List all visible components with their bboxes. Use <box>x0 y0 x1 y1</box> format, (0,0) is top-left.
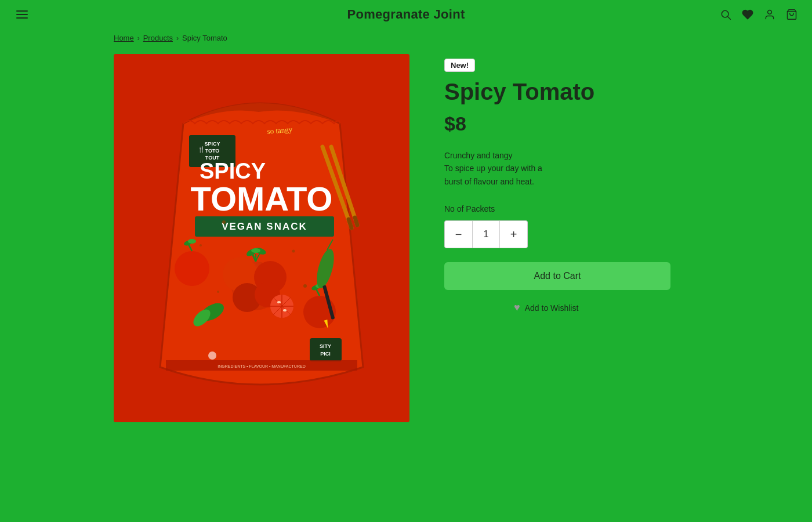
new-badge: New! <box>444 59 475 72</box>
wishlist-button[interactable] <box>741 8 754 21</box>
main-content: SPICY TOTO TOUT 🍴 so tangy SPICY TOMATO … <box>0 54 812 422</box>
add-to-cart-button[interactable]: Add to Cart <box>444 262 670 290</box>
breadcrumb: Home › Products › Spicy Tomato <box>0 29 812 54</box>
header-icons <box>719 8 798 21</box>
site-title: Pomegranate Joint <box>347 7 465 22</box>
header-left <box>14 8 30 21</box>
breadcrumb-home[interactable]: Home <box>114 34 134 42</box>
svg-line-1 <box>728 17 731 20</box>
product-details: New! Spicy Tomato $8 Crunchy and tangy T… <box>444 54 698 316</box>
svg-point-50 <box>217 291 219 293</box>
quantity-increase-button[interactable]: + <box>500 220 528 248</box>
svg-point-30 <box>283 309 287 311</box>
svg-point-48 <box>200 244 202 246</box>
svg-point-29 <box>277 301 281 303</box>
breadcrumb-current: Spicy Tomato <box>182 34 227 42</box>
breadcrumb-sep-1: › <box>137 34 140 42</box>
breadcrumb-sep-2: › <box>176 34 179 42</box>
product-name: Spicy Tomato <box>444 79 698 104</box>
product-price: $8 <box>444 113 698 135</box>
account-button[interactable] <box>763 8 776 21</box>
svg-text:TOTO: TOTO <box>205 148 220 154</box>
svg-rect-51 <box>310 338 342 361</box>
quantity-control: − 1 + <box>444 220 698 248</box>
hamburger-menu-button[interactable] <box>14 8 30 21</box>
svg-point-31 <box>175 251 209 286</box>
svg-text:VEGAN SNACK: VEGAN SNACK <box>222 221 307 232</box>
cart-button[interactable] <box>785 8 798 21</box>
svg-text:SPICY: SPICY <box>204 141 220 147</box>
wishlist-heart-icon: ♥ <box>514 302 520 314</box>
svg-text:SITY: SITY <box>320 343 331 349</box>
quantity-decrease-button[interactable]: − <box>444 220 472 248</box>
svg-line-42 <box>355 217 357 225</box>
quantity-label: No of Packets <box>444 204 698 213</box>
search-button[interactable] <box>719 8 732 21</box>
add-to-wishlist-button[interactable]: ♥ Add to Wishlist <box>514 299 578 316</box>
svg-point-33 <box>188 239 196 244</box>
svg-point-46 <box>222 220 226 224</box>
svg-point-2 <box>768 10 772 14</box>
svg-text:INGREDIENTS • FLAVOUR • MANUFA: INGREDIENTS • FLAVOUR • MANUFACTURED <box>217 364 305 368</box>
svg-point-56 <box>208 351 216 360</box>
wishlist-label: Add to Wishlist <box>525 303 579 313</box>
breadcrumb-products[interactable]: Products <box>143 34 173 42</box>
svg-line-41 <box>349 219 351 228</box>
svg-text:🍴: 🍴 <box>198 146 205 153</box>
svg-text:TOMATO: TOMATO <box>191 180 333 217</box>
svg-point-47 <box>292 250 295 253</box>
product-image: SPICY TOTO TOUT 🍴 so tangy SPICY TOMATO … <box>114 54 409 422</box>
product-description: Crunchy and tangy To spice up your day w… <box>444 149 698 188</box>
quantity-value: 1 <box>472 220 500 248</box>
svg-point-49 <box>303 284 307 288</box>
svg-point-23 <box>251 248 260 253</box>
header: Pomegranate Joint <box>0 0 812 29</box>
svg-text:PICI: PICI <box>320 351 331 357</box>
